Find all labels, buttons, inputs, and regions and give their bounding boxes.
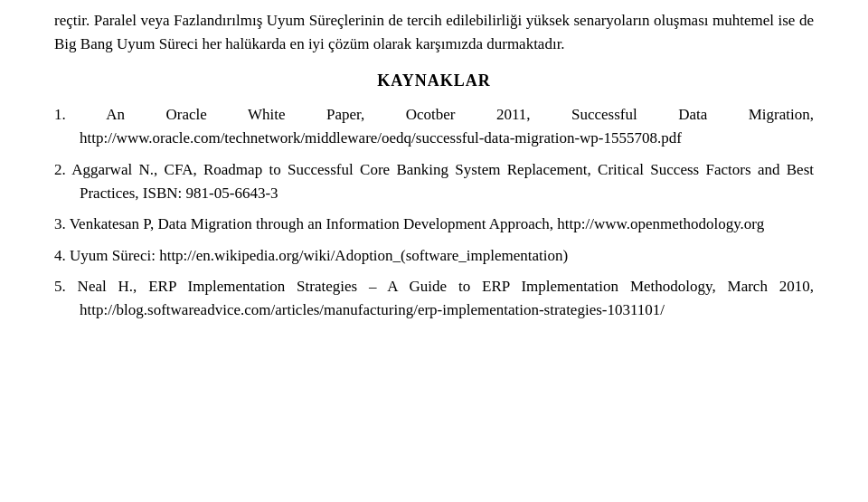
page-container: reçtir. Paralel veya Fazlandırılmış Uyum… [0, 0, 868, 502]
intro-paragraph: reçtir. Paralel veya Fazlandırılmış Uyum… [54, 9, 814, 55]
list-item: 3. Venkatesan P, Data Migration through … [54, 213, 814, 236]
list-item: 4. Uyum Süreci: http://en.wikipedia.org/… [54, 244, 814, 268]
list-item: 1. An Oracle White Paper, Ocotber 2011, … [54, 103, 814, 151]
references-list: 1. An Oracle White Paper, Ocotber 2011, … [54, 103, 814, 323]
section-title: KAYNAKLAR [54, 71, 814, 90]
list-item: 5. Neal H., ERP Implementation Strategie… [54, 275, 814, 323]
list-item: 2. Aggarwal N., CFA, Roadmap to Successf… [54, 158, 814, 206]
